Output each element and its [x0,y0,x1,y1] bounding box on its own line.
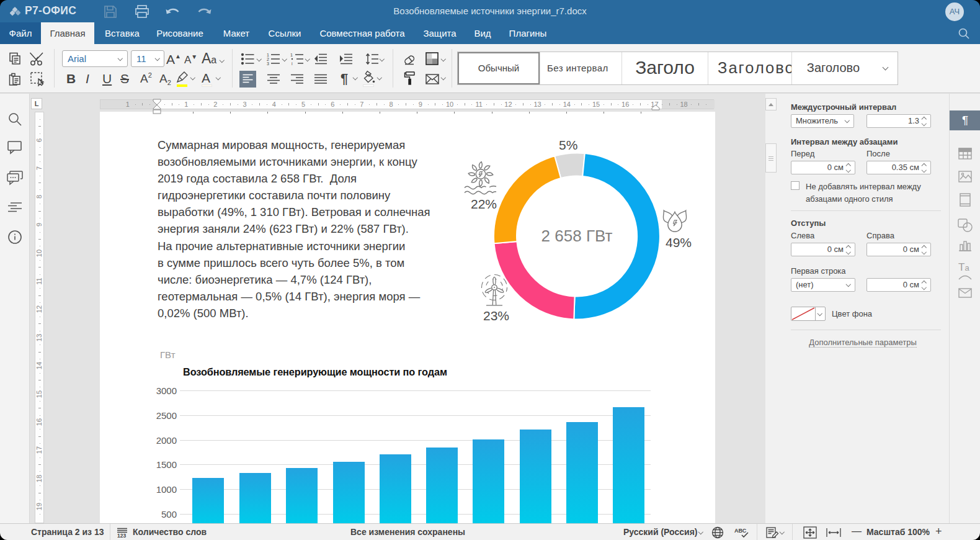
svg-text:АВС: АВС [734,528,747,534]
svg-text:3: 3 [267,61,269,66]
svg-text:2: 2 [267,57,269,61]
svg-text:i: i [292,61,293,66]
svg-text:123: 123 [117,533,126,539]
svg-text:1: 1 [290,53,293,57]
svg-text:1: 1 [267,53,269,57]
